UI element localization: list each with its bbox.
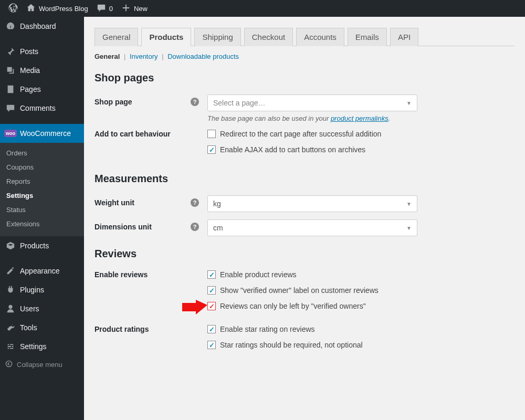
enable-star-checkbox[interactable] [207, 325, 216, 333]
products-icon [5, 240, 16, 251]
submenu-settings[interactable]: Settings [0, 188, 84, 203]
chevron-down-icon: ▼ [406, 225, 412, 231]
verified-owner-label-checkbox[interactable] [207, 286, 216, 295]
sidebar-item-tools[interactable]: Tools [0, 318, 84, 337]
submenu-status[interactable]: Status [0, 203, 84, 217]
collapse-icon [5, 360, 13, 369]
appearance-icon [5, 266, 16, 276]
sidebar-item-label: Comments [20, 104, 56, 112]
ajax-checkbox[interactable] [207, 145, 216, 154]
star-required-text: Star ratings should be required, not opt… [220, 341, 363, 349]
tab-products[interactable]: Products [141, 28, 191, 46]
chevron-down-icon: ▼ [406, 201, 412, 207]
settings-icon [5, 341, 16, 352]
collapse-menu[interactable]: Collapse menu [0, 356, 84, 373]
submenu-reports[interactable]: Reports [0, 174, 84, 188]
sidebar-item-label: Posts [20, 47, 38, 56]
weight-unit-label: Weight unit [94, 198, 134, 207]
woocommerce-submenu: Orders Coupons Reports Settings Status E… [0, 143, 84, 236]
dimensions-unit-label: Dimensions unit [94, 223, 152, 231]
section-measurements: Measurements [94, 173, 514, 185]
sidebar-item-label: Appearance [20, 267, 60, 275]
sidebar-item-label: WooCommerce [20, 129, 71, 138]
sidebar-item-comments[interactable]: Comments [0, 99, 84, 118]
subnav-general[interactable]: General [94, 52, 120, 60]
sidebar-item-label: Users [20, 304, 39, 313]
woo-icon: woo [5, 128, 16, 139]
sidebar-item-products[interactable]: Products [0, 236, 84, 255]
subnav-downloadable[interactable]: Downloadable products [167, 52, 239, 60]
redirect-checkbox[interactable] [207, 130, 216, 138]
comments-count: 0 [109, 5, 113, 13]
sidebar-item-woocommerce[interactable]: woo WooCommerce [0, 124, 84, 143]
enable-product-reviews-text: Enable product reviews [220, 270, 297, 279]
collapse-label: Collapse menu [17, 361, 62, 369]
shop-page-help-text: The base page can also be used in your p… [207, 114, 428, 122]
section-reviews: Reviews [94, 248, 514, 260]
tab-general[interactable]: General [94, 28, 138, 46]
tab-checkout[interactable]: Checkout [244, 28, 293, 46]
sidebar-item-settings[interactable]: Settings [0, 337, 84, 356]
sidebar-item-pages[interactable]: Pages [0, 80, 84, 99]
svg-marker-1 [182, 300, 207, 314]
star-required-checkbox[interactable] [207, 341, 216, 349]
wordpress-icon [8, 3, 18, 14]
shop-page-label: Shop page [94, 98, 132, 106]
verified-owner-label-text: Show "verified owner" label on customer … [220, 286, 379, 295]
admin-bar: WordPress Blog 0 New [0, 0, 525, 17]
site-home[interactable]: WordPress Blog [22, 0, 92, 17]
users-icon [5, 303, 16, 314]
comment-icon [5, 103, 16, 113]
tab-shipping[interactable]: Shipping [194, 28, 240, 46]
admin-sidebar: Dashboard Posts Media Pages Comments woo… [0, 17, 84, 420]
highlight-arrow [180, 299, 207, 319]
product-ratings-label: Product ratings [94, 325, 149, 333]
enable-star-text: Enable star rating on reviews [220, 325, 315, 333]
dimensions-unit-select[interactable]: cm ▼ [207, 219, 417, 236]
help-icon[interactable]: ? [191, 198, 199, 207]
help-icon[interactable]: ? [191, 223, 199, 231]
enable-product-reviews-checkbox[interactable] [207, 270, 216, 279]
verified-only-text: Reviews can only be left by "verified ow… [220, 302, 366, 310]
sidebar-item-media[interactable]: Media [0, 61, 84, 80]
sidebar-item-users[interactable]: Users [0, 299, 84, 318]
chevron-down-icon: ▼ [406, 100, 412, 106]
plus-icon [121, 3, 131, 14]
sidebar-item-plugins[interactable]: Plugins [0, 280, 84, 299]
help-icon[interactable]: ? [191, 98, 199, 106]
sidebar-item-label: Plugins [20, 286, 44, 294]
sidebar-item-posts[interactable]: Posts [0, 42, 84, 61]
submenu-orders[interactable]: Orders [0, 146, 84, 160]
permalinks-link[interactable]: product permalinks [331, 114, 388, 122]
home-icon [26, 3, 36, 14]
submenu-extensions[interactable]: Extensions [0, 217, 84, 231]
weight-unit-select[interactable]: kg ▼ [207, 195, 417, 212]
redirect-label: Redirect to the cart page after successf… [220, 130, 381, 138]
pin-icon [5, 46, 16, 57]
tab-emails[interactable]: Emails [348, 28, 387, 46]
sidebar-item-label: Products [20, 242, 49, 250]
media-icon [5, 65, 16, 76]
wp-logo[interactable] [4, 0, 22, 17]
verified-only-checkbox[interactable] [207, 302, 216, 310]
settings-tabs: General Products Shipping Checkout Accou… [94, 27, 514, 46]
comments-link[interactable]: 0 [92, 0, 117, 17]
subnav-inventory[interactable]: Inventory [130, 52, 158, 60]
tab-accounts[interactable]: Accounts [296, 28, 344, 46]
weight-unit-value: kg [213, 200, 221, 208]
shop-page-placeholder: Select a page… [213, 99, 266, 107]
comment-icon [97, 3, 106, 14]
new-content[interactable]: New [117, 0, 152, 17]
shop-page-select[interactable]: Select a page… ▼ [207, 94, 417, 111]
sidebar-item-dashboard[interactable]: Dashboard [0, 17, 84, 36]
new-label: New [134, 5, 148, 13]
tab-api[interactable]: API [390, 28, 418, 46]
ajax-label: Enable AJAX add to cart buttons on archi… [220, 145, 365, 154]
submenu-coupons[interactable]: Coupons [0, 160, 84, 174]
section-shop-pages: Shop pages [94, 72, 514, 84]
main-content: General Products Shipping Checkout Accou… [84, 17, 525, 420]
tools-icon [5, 322, 16, 333]
sidebar-item-label: Settings [20, 342, 47, 351]
sidebar-item-appearance[interactable]: Appearance [0, 261, 84, 280]
pages-icon [5, 84, 16, 94]
